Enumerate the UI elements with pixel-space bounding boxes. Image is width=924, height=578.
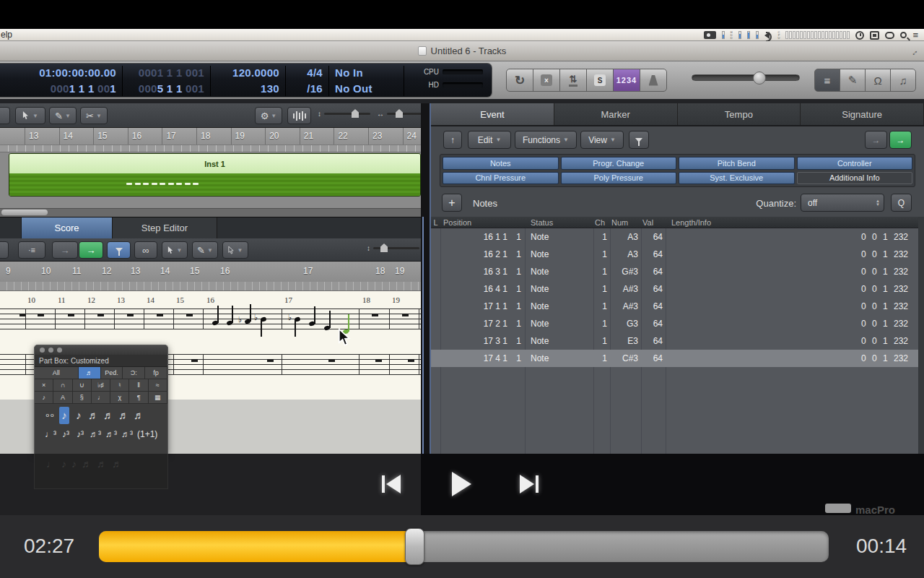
tracks-ruler[interactable]: 131415161718192021222324: [0, 128, 421, 145]
note-duration-button[interactable]: ♬: [88, 407, 99, 424]
help-menu[interactable]: elp: [1, 30, 12, 40]
tracks-horizontal-scrollbar-track[interactable]: [0, 208, 421, 217]
region-name[interactable]: Inst 1: [9, 154, 420, 173]
column-header-num[interactable]: Num: [610, 218, 641, 227]
notes-pad-button[interactable]: ✎: [840, 69, 866, 92]
cycle-button[interactable]: ↻: [506, 69, 533, 92]
part-box-icon[interactable]: A: [53, 392, 72, 403]
spotlight-icon[interactable]: [900, 32, 907, 38]
add-event-button[interactable]: +: [442, 194, 462, 212]
score-ruler[interactable]: 910111213141516171819: [0, 262, 421, 282]
event-row[interactable]: 17 3 11Note1E3640 0 1 232: [431, 332, 918, 350]
media-browser-button[interactable]: ♫: [890, 69, 916, 92]
part-box-icon[interactable]: ▦: [149, 392, 167, 403]
column-header-val[interactable]: Val: [641, 218, 666, 227]
master-volume-slider[interactable]: [692, 74, 800, 81]
event-row[interactable]: 16 4 11Note1A#3640 0 1 232: [431, 280, 918, 298]
flex-button[interactable]: [287, 107, 311, 124]
note-duration-button[interactable]: ♬³: [121, 426, 133, 443]
event-filter-button[interactable]: [107, 241, 131, 259]
note-duration-button[interactable]: ♬: [118, 407, 129, 424]
screen-recording-icon[interactable]: [704, 31, 716, 39]
keyboard-viewer-icon[interactable]: [870, 31, 879, 40]
pencil-tool-button[interactable]: ✎▼: [49, 107, 77, 124]
event-row[interactable]: 17 2 11Note1G3640 0 1 232: [431, 315, 918, 332]
midi-region[interactable]: Inst 1: [9, 153, 421, 197]
filter-syst-exclusive[interactable]: Syst. Exclusive: [679, 172, 795, 185]
time-machine-icon[interactable]: [855, 31, 864, 40]
skip-back-button[interactable]: [382, 475, 401, 493]
note-duration-button[interactable]: ♬: [103, 407, 114, 424]
part-box-icon[interactable]: ‖: [129, 379, 148, 391]
lcd-midi-io[interactable]: No In No Out: [329, 66, 404, 96]
quantize-dropdown[interactable]: off ▲▼: [801, 194, 884, 212]
edit-menu-button[interactable]: Edit▼: [468, 131, 511, 149]
part-box-filter-icon[interactable]: Ɔ:: [123, 367, 145, 379]
pointer-tool-button[interactable]: ▼: [15, 107, 45, 124]
midi-in-button[interactable]: →: [865, 131, 887, 149]
functions-menu-button[interactable]: Functions▼: [515, 131, 577, 149]
part-box-icon[interactable]: ∩: [53, 379, 72, 391]
score-window-scrollbar[interactable]: [422, 217, 424, 454]
quantize-q-button[interactable]: Q: [891, 194, 912, 212]
filter-events-button[interactable]: [629, 131, 649, 149]
filter-chnl-pressure[interactable]: Chnl Pressure: [443, 172, 559, 185]
part-box-traffic-lights[interactable]: [35, 345, 167, 355]
loops-browser-button[interactable]: Ω: [865, 69, 891, 92]
lcd-timecode[interactable]: 01:00:00:00.00 0001 1 1 001: [0, 66, 123, 96]
filter-notes[interactable]: Notes: [443, 157, 559, 170]
part-box-icon[interactable]: ∪: [73, 379, 92, 391]
lcd-tempo[interactable]: 120.0000 130: [211, 66, 286, 96]
horizontal-zoom-slider[interactable]: ↔: [377, 110, 427, 118]
event-row[interactable]: 16 1 11Note1A3640 0 1 232: [431, 228, 918, 246]
note-duration-button[interactable]: ♬: [134, 407, 144, 424]
filter-pitch-bend[interactable]: Pitch Bend: [679, 157, 795, 170]
tab-event[interactable]: Event: [431, 103, 554, 125]
midi-out-button[interactable]: →: [889, 131, 912, 149]
metronome-button[interactable]: [640, 69, 667, 92]
volume-icon[interactable]: [764, 32, 770, 39]
part-box-icon[interactable]: χ: [110, 392, 129, 403]
alt-pointer-tool-button[interactable]: ▼: [222, 241, 248, 259]
link-button[interactable]: ∞: [134, 241, 157, 259]
lists-button[interactable]: ≡: [814, 69, 840, 92]
pencil-tool-button[interactable]: ✎▼: [192, 241, 218, 259]
filter-progr-change[interactable]: Progr. Change: [561, 157, 677, 170]
event-row[interactable]: 16 3 11Note1G#3640 0 1 232: [431, 263, 918, 280]
pointer-tool-button[interactable]: ▼: [162, 241, 188, 259]
lcd-signature[interactable]: 4/4 /16: [286, 66, 329, 96]
resize-icon[interactable]: ↔: [907, 46, 920, 59]
inspector-button[interactable]: ·≡: [18, 241, 45, 259]
partial-button[interactable]: [0, 107, 10, 124]
column-header-length-info[interactable]: Length/Info: [666, 218, 924, 227]
tab-score[interactable]: Score: [21, 217, 113, 238]
note-duration-button[interactable]: o o: [45, 407, 55, 424]
note-duration-button[interactable]: ♪: [74, 407, 84, 424]
part-box-icon[interactable]: ¶: [129, 392, 148, 403]
part-box-icon[interactable]: ≈: [149, 379, 167, 391]
note-duration-button[interactable]: ♪³: [75, 426, 85, 443]
part-box-filter-icon[interactable]: ♬: [79, 367, 101, 379]
tab-signature[interactable]: Signature: [801, 103, 924, 125]
seek-handle[interactable]: [405, 528, 424, 565]
column-header-l[interactable]: L: [431, 218, 440, 227]
part-box-icon[interactable]: ♮: [110, 379, 129, 391]
event-row[interactable]: 17 4 11Note1C#3640 0 1 232: [431, 350, 918, 367]
part-box-filter-icon[interactable]: fp: [145, 367, 167, 379]
transport-lcd[interactable]: 01:00:00:00.00 0001 1 1 001 0001 1 1 001…: [0, 63, 492, 98]
part-box-icon[interactable]: ♩: [92, 392, 110, 403]
note-duration-button[interactable]: (1+1): [137, 426, 157, 443]
event-row[interactable]: 16 2 11Note1A3640 0 1 232: [431, 246, 918, 263]
partial-button[interactable]: [0, 241, 9, 259]
tab-tempo[interactable]: Tempo: [678, 103, 801, 125]
note-duration-button[interactable]: ♪³: [61, 426, 71, 443]
event-list-scrollbar[interactable]: [918, 217, 924, 454]
view-menu-button[interactable]: View▼: [580, 131, 624, 149]
note-duration-button[interactable]: ♪: [59, 407, 69, 424]
count-in-button[interactable]: 1234: [613, 69, 640, 92]
skip-forward-button[interactable]: [520, 475, 539, 493]
messages-icon[interactable]: [885, 32, 894, 39]
settings-gear-button[interactable]: ⚙▼: [255, 107, 282, 124]
lcd-position[interactable]: 0001 1 1 001 0005 1 1 001: [123, 66, 211, 96]
midi-in-button[interactable]: →: [52, 241, 78, 259]
